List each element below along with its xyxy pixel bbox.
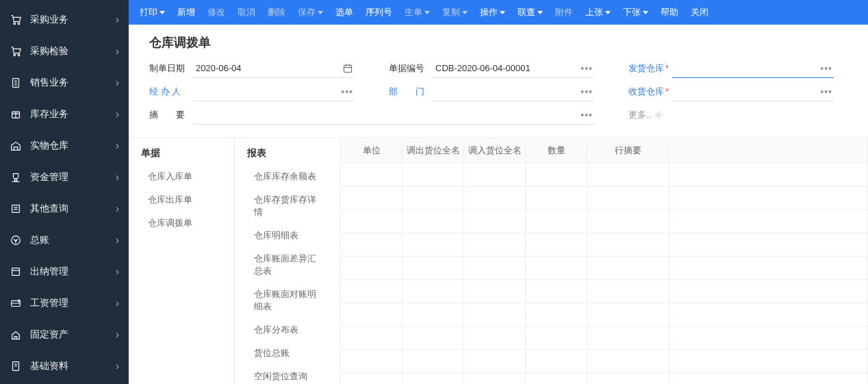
- table-cell[interactable]: [341, 257, 403, 279]
- table-cell[interactable]: [587, 187, 669, 209]
- submenu-item[interactable]: 仓库分布表: [235, 318, 340, 342]
- table-row[interactable]: [341, 233, 868, 257]
- table-row[interactable]: [341, 187, 868, 210]
- toolbar-item-13[interactable]: 上张: [581, 0, 615, 25]
- table-cell[interactable]: [669, 373, 868, 384]
- toolbar-item-8[interactable]: 生单: [400, 0, 434, 25]
- picker-icon[interactable]: •••: [341, 86, 353, 97]
- table-cell[interactable]: [669, 350, 868, 372]
- table-cell[interactable]: [403, 233, 464, 256]
- table-cell[interactable]: [464, 373, 526, 384]
- toolbar-item-4[interactable]: 删除: [264, 0, 290, 25]
- ship-wh-input[interactable]: [675, 63, 831, 73]
- table-cell[interactable]: [464, 280, 526, 303]
- submenu-item[interactable]: 仓库入库单: [129, 165, 234, 188]
- table-cell[interactable]: [669, 210, 868, 233]
- toolbar-item-7[interactable]: 序列号: [361, 0, 396, 25]
- table-cell[interactable]: [464, 187, 526, 209]
- table-cell[interactable]: [526, 373, 587, 384]
- table-cell[interactable]: [526, 327, 587, 349]
- table-cell[interactable]: [403, 187, 464, 209]
- table-cell[interactable]: [526, 303, 587, 326]
- sidebar-item-8[interactable]: 出纳管理›: [0, 256, 129, 287]
- table-cell[interactable]: [526, 233, 587, 256]
- toolbar-item-2[interactable]: 修改: [203, 0, 229, 25]
- table-cell[interactable]: [587, 233, 669, 256]
- calendar-icon[interactable]: [342, 63, 353, 74]
- summary-field[interactable]: •••: [193, 105, 594, 125]
- submenu-item[interactable]: 货位总账: [235, 342, 340, 365]
- handler-label[interactable]: 经 办 人: [149, 86, 193, 98]
- table-cell[interactable]: [341, 233, 403, 256]
- submenu-item[interactable]: 仓库明细表: [235, 224, 340, 247]
- table-row[interactable]: [341, 164, 868, 187]
- handler-field[interactable]: •••: [193, 82, 355, 101]
- more-link[interactable]: 更多..: [628, 109, 663, 121]
- table-cell[interactable]: [669, 187, 868, 209]
- toolbar-item-14[interactable]: 下张: [619, 0, 652, 25]
- submenu-item[interactable]: 仓库存货库存详情: [235, 188, 340, 224]
- table-cell[interactable]: [526, 210, 587, 233]
- ship-wh-field[interactable]: •••: [672, 59, 834, 78]
- table-cell[interactable]: [464, 303, 526, 326]
- table-cell[interactable]: [403, 164, 464, 186]
- submenu-item[interactable]: 仓库账面差异汇总表: [235, 247, 340, 283]
- recv-wh-field[interactable]: •••: [672, 82, 834, 101]
- table-row[interactable]: [341, 257, 868, 280]
- toolbar-item-1[interactable]: 新增: [173, 0, 199, 25]
- table-cell[interactable]: [464, 350, 526, 372]
- table-cell[interactable]: [587, 164, 669, 186]
- sidebar-item-0[interactable]: 采购业务›: [0, 4, 129, 36]
- table-cell[interactable]: [587, 210, 669, 233]
- table-cell[interactable]: [587, 350, 669, 372]
- table-cell[interactable]: [464, 164, 526, 186]
- table-cell[interactable]: [464, 233, 526, 256]
- table-cell[interactable]: [587, 373, 669, 384]
- table-cell[interactable]: [669, 327, 868, 349]
- doc-no-field[interactable]: CDB-2020-06-04-00001 •••: [433, 59, 594, 78]
- table-cell[interactable]: [669, 233, 868, 256]
- sidebar-item-4[interactable]: 实物仓库›: [0, 130, 129, 162]
- table-cell[interactable]: [669, 257, 868, 279]
- dept-label[interactable]: 部 门: [389, 86, 433, 98]
- submenu-item[interactable]: 仓库调拨单: [129, 212, 234, 235]
- table-cell[interactable]: [464, 327, 526, 349]
- table-cell[interactable]: [526, 350, 587, 372]
- picker-icon[interactable]: •••: [580, 63, 593, 74]
- submenu-item[interactable]: 仓库出库单: [129, 188, 234, 212]
- table-cell[interactable]: [669, 303, 868, 326]
- sidebar-item-7[interactable]: 总账›: [0, 225, 129, 256]
- table-cell[interactable]: [341, 210, 403, 233]
- table-cell[interactable]: [341, 327, 403, 349]
- picker-icon[interactable]: •••: [580, 110, 593, 120]
- table-cell[interactable]: [587, 280, 669, 303]
- sidebar-item-1[interactable]: 采购检验›: [0, 36, 129, 67]
- table-row[interactable]: [341, 280, 868, 303]
- table-cell[interactable]: [587, 327, 669, 349]
- picker-icon[interactable]: •••: [820, 63, 832, 74]
- table-cell[interactable]: [403, 303, 464, 326]
- table-cell[interactable]: [341, 187, 403, 209]
- table-cell[interactable]: [341, 280, 403, 303]
- table-cell[interactable]: [464, 257, 526, 279]
- table-cell[interactable]: [526, 280, 587, 303]
- table-cell[interactable]: [669, 280, 868, 303]
- toolbar-item-15[interactable]: 帮助: [656, 0, 682, 25]
- table-cell[interactable]: [403, 257, 464, 279]
- submenu-item[interactable]: 空闲货位查询: [235, 365, 340, 384]
- table-cell[interactable]: [526, 187, 587, 209]
- recv-wh-label[interactable]: 收货仓库*: [628, 86, 672, 98]
- sidebar-item-11[interactable]: 基础资料›: [0, 350, 129, 382]
- picker-icon[interactable]: •••: [820, 86, 832, 97]
- sidebar-item-3[interactable]: 库存业务›: [0, 99, 129, 130]
- table-cell[interactable]: [587, 303, 669, 326]
- submenu-item[interactable]: 仓库账面对账明细表: [235, 283, 340, 318]
- dept-field[interactable]: •••: [433, 82, 594, 101]
- table-cell[interactable]: [403, 280, 464, 303]
- table-cell[interactable]: [341, 350, 403, 372]
- table-cell[interactable]: [669, 164, 868, 186]
- table-row[interactable]: [341, 373, 868, 384]
- table-cell[interactable]: [403, 350, 464, 372]
- toolbar-item-6[interactable]: 选单: [331, 0, 357, 25]
- table-cell[interactable]: [341, 303, 403, 326]
